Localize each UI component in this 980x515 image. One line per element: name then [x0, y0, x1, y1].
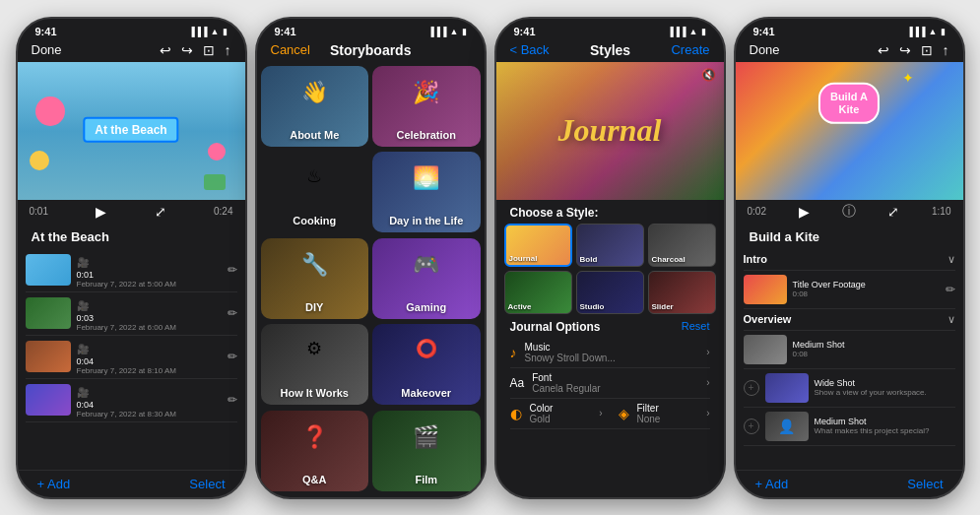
style-charcoal-label: Charcoal: [652, 255, 686, 264]
done-button-4[interactable]: Done: [750, 42, 780, 57]
edit-icon-0[interactable]: ✏: [228, 263, 237, 277]
create-button-3[interactable]: Create: [671, 42, 709, 57]
add-button-1[interactable]: + Add: [37, 477, 71, 491]
video-icon-0: 🎥: [77, 257, 89, 268]
clip-date-0: February 7, 2022 at 5:00 AM: [77, 280, 228, 289]
phone3-nav: < Back Styles Create: [496, 40, 724, 62]
overview-clip-info-0: Medium Shot 0:08: [793, 340, 955, 358]
color-label: Color: [530, 403, 596, 414]
style-studio[interactable]: Studio: [576, 271, 644, 314]
styles-title: Styles: [590, 42, 630, 58]
storyboard-celebration[interactable]: 🎉 Celebration: [372, 66, 481, 147]
play-button-4[interactable]: ▶: [799, 204, 810, 220]
wifi-icon: ▲: [211, 27, 220, 36]
signal-icon-3: ▐▐▐: [667, 27, 686, 36]
day-icon: 🌅: [413, 165, 439, 191]
reset-button[interactable]: Reset: [682, 320, 710, 334]
edit-icon-1[interactable]: ✏: [228, 306, 237, 320]
expand-button-1[interactable]: ⤢: [155, 204, 166, 220]
share-icon[interactable]: ⊡: [203, 42, 215, 58]
option-music[interactable]: ♪ Music Snowy Stroll Down... ›: [510, 338, 710, 368]
storyboard-qa[interactable]: ❓ Q&A: [261, 411, 369, 491]
storyboard-how-it-works[interactable]: ⚙ How It Works: [261, 324, 369, 405]
style-journal[interactable]: Journal: [504, 224, 572, 267]
storyboard-film[interactable]: 🎬 Film: [372, 411, 481, 491]
clip-info-2: 🎥 0:04 February 7, 2022 at 8:10 AM: [77, 339, 228, 375]
option-color[interactable]: ◐ Color Gold › ◈ Filter None ›: [510, 399, 710, 429]
edit-icon-3[interactable]: ✏: [228, 393, 237, 407]
export-icon-4[interactable]: ↑: [943, 42, 949, 58]
font-value: Canela Regular: [532, 383, 702, 394]
overview-clip-name-1: Wide Shot: [815, 378, 955, 388]
status-bar-4: 9:41 ▐▐▐ ▲ ▮: [736, 19, 963, 40]
timeline-controls-1: 0:01 ▶ ⤢ 0:24: [18, 200, 245, 224]
font-chevron: ›: [706, 377, 709, 388]
overview-clip-info-2: Medium Shot What makes this project spec…: [815, 417, 955, 435]
status-icons-1: ▐▐▐ ▲ ▮: [188, 27, 227, 36]
nav-icons-1: ↩ ↪ ⊡ ↑: [160, 42, 231, 58]
storyboard-day-in-life[interactable]: 🌅 Day in the Life: [372, 152, 481, 232]
signal-icon: ▐▐▐: [188, 27, 207, 36]
signal-icon-4: ▐▐▐: [906, 27, 925, 36]
phone4-nav: Done ↩ ↪ ⊡ ↑: [736, 40, 963, 62]
project-title-bar-4: Build a Kite: [736, 224, 963, 249]
play-button-1[interactable]: ▶: [96, 204, 106, 220]
status-time-1: 9:41: [35, 26, 57, 37]
intro-clip-edit[interactable]: ✏: [946, 283, 955, 296]
storyboard-cooking[interactable]: ♨ Cooking: [261, 152, 369, 232]
clip-date-2: February 7, 2022 at 8:10 AM: [77, 366, 228, 375]
select-button-1[interactable]: Select: [189, 477, 225, 491]
add-clip-icon-2: +: [749, 420, 754, 431]
storyboard-about-me[interactable]: 👋 About Me: [261, 66, 369, 147]
beach-title: At the Beach: [83, 116, 178, 142]
qa-icon: ❓: [301, 424, 328, 450]
storyboard-makeover[interactable]: ⭕ Makeover: [372, 324, 481, 405]
undo-icon-4[interactable]: ↩: [878, 42, 889, 58]
option-music-text: Music Snowy Stroll Down...: [525, 342, 703, 363]
deco-circle-3: [208, 143, 226, 161]
share-icon-4[interactable]: ⊡: [921, 42, 933, 58]
film-icon: 🎬: [413, 424, 439, 450]
mute-icon[interactable]: 🔇: [701, 68, 716, 82]
style-journal-label: Journal: [509, 254, 538, 263]
greenscreen-indicator: [204, 174, 226, 190]
export-icon[interactable]: ↑: [225, 42, 231, 58]
about-me-icon: 👋: [301, 80, 328, 105]
redo-icon[interactable]: ↪: [181, 42, 193, 58]
style-charcoal[interactable]: Charcoal: [648, 224, 716, 267]
kite-title-bubble: Build AKite: [818, 82, 880, 123]
time-end-4: 1:10: [932, 206, 950, 217]
clip-date-1: February 7, 2022 at 6:00 AM: [77, 323, 228, 332]
sparkle-icon: ✦: [902, 70, 914, 86]
option-font[interactable]: Aa Font Canela Regular ›: [510, 368, 710, 399]
list-item: + Wide Shot Show a view of your workspac…: [744, 369, 955, 408]
done-button-1[interactable]: Done: [32, 42, 62, 57]
status-time-3: 9:41: [514, 26, 536, 37]
expand-button-4[interactable]: ⤢: [887, 204, 899, 220]
style-bold[interactable]: Bold: [576, 224, 644, 267]
font-label: Font: [532, 372, 702, 383]
redo-icon-4[interactable]: ↪: [899, 42, 911, 58]
style-active[interactable]: Active: [504, 271, 572, 314]
add-button-4[interactable]: + Add: [755, 477, 789, 491]
preview-area-4: Build AKite ✦: [736, 62, 963, 200]
undo-icon[interactable]: ↩: [160, 42, 171, 58]
info-icon-4[interactable]: ⓘ: [842, 203, 856, 221]
overview-section-header[interactable]: Overview ∨: [744, 309, 955, 331]
overview-clip-name-0: Medium Shot: [793, 340, 955, 350]
cancel-button-2[interactable]: Cancel: [271, 42, 310, 57]
overview-label: Overview: [744, 313, 792, 325]
style-slider[interactable]: Slider: [648, 271, 716, 314]
storyboard-gaming[interactable]: 🎮 Gaming: [372, 238, 481, 319]
time-start-1: 0:01: [30, 206, 48, 217]
clips-list-1: 🎥 0:01 February 7, 2022 at 5:00 AM ✏ 🎥 0…: [18, 249, 245, 470]
back-button-3[interactable]: < Back: [510, 42, 550, 57]
phone-4: 9:41 ▐▐▐ ▲ ▮ Done ↩ ↪ ⊡ ↑ Build AKite ✦: [734, 17, 965, 499]
signal-icon-2: ▐▐▐: [427, 27, 446, 36]
storyboard-diy[interactable]: 🔧 DIY: [261, 238, 369, 319]
style-studio-label: Studio: [580, 302, 605, 311]
edit-icon-2[interactable]: ✏: [228, 350, 237, 363]
clip-name-3: 0:04: [77, 400, 228, 410]
select-button-4[interactable]: Select: [907, 477, 943, 491]
intro-section-header[interactable]: Intro ∨: [744, 249, 955, 271]
